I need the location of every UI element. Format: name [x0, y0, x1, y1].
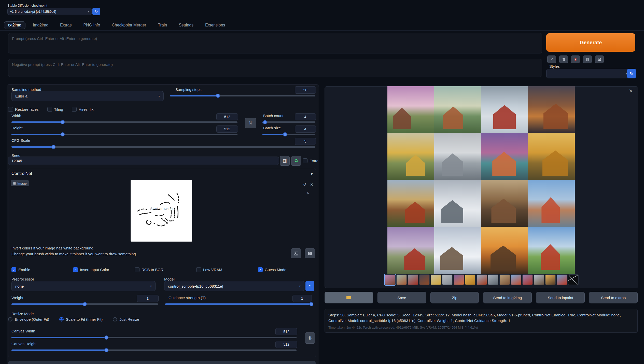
tab-extras[interactable]: Extras — [56, 21, 76, 29]
random-seed-button[interactable]: ⚄ — [280, 156, 290, 166]
gallery-image-14[interactable] — [434, 227, 481, 274]
seed-input[interactable] — [8, 157, 279, 165]
gallery-close-button[interactable]: × — [629, 88, 633, 94]
gallery-image-2[interactable] — [434, 86, 481, 133]
script-section-collapsed[interactable] — [8, 361, 316, 364]
tab-checkpoint-merger[interactable]: Checkpoint Merger — [108, 21, 150, 29]
checkpoint-dropdown[interactable]: v1-5-pruned.ckpt [e1441589a6] ▾ — [7, 8, 92, 15]
undo-drawing-button[interactable]: ↺ — [303, 183, 306, 187]
tab-settings[interactable]: Settings — [175, 21, 198, 29]
radio-just-resize[interactable]: Just Resize — [113, 317, 139, 321]
gallery-image-11[interactable] — [481, 180, 528, 227]
prompt-input[interactable] — [8, 33, 542, 53]
adjust-brush-button[interactable] — [305, 248, 315, 258]
height-value[interactable]: 512 — [216, 125, 238, 133]
tab-txt2img[interactable]: txt2img — [4, 21, 25, 29]
styles-dropdown[interactable]: ▾ — [546, 69, 631, 78]
height-slider[interactable] — [11, 132, 237, 136]
gallery-image-8[interactable] — [528, 133, 575, 180]
gallery-thumbnail-2[interactable] — [396, 274, 407, 285]
slider-thumb[interactable] — [283, 132, 287, 136]
clear-image-button[interactable]: × — [310, 183, 313, 187]
open-folder-button[interactable] — [325, 292, 373, 303]
gallery-image-6[interactable] — [434, 133, 481, 180]
model-dropdown[interactable]: control_scribble-fp16 [c508311e] ▾ — [164, 281, 304, 291]
batch-count-value[interactable]: 4 — [295, 113, 316, 120]
batch-size-slider[interactable] — [262, 132, 315, 136]
tab-train[interactable]: Train — [154, 21, 171, 29]
extra-networks-button[interactable] — [571, 55, 580, 63]
cfg-scale-value[interactable]: 5 — [295, 138, 316, 145]
refresh-models-button[interactable]: ↻ — [305, 281, 314, 291]
checkbox-rgb-to-bgr[interactable]: RGB to BGR — [135, 267, 196, 272]
tab-png-info[interactable]: PNG Info — [79, 21, 104, 29]
paste-params-button[interactable] — [547, 55, 556, 63]
send-to-inpaint-button[interactable]: Send to inpaint — [536, 292, 585, 303]
gallery-image-16[interactable] — [528, 227, 575, 274]
gallery-image-5[interactable] — [387, 133, 434, 180]
gallery-thumbnail-15[interactable] — [545, 274, 556, 285]
gallery-image-9[interactable] — [387, 180, 434, 227]
radio-envelope-outer-fit[interactable]: Envelope (Outer Fit) — [8, 317, 49, 321]
clear-prompts-button[interactable] — [559, 55, 568, 63]
gallery-thumbnail-17[interactable] — [568, 274, 579, 285]
checkbox-guess-mode[interactable]: Guess Mode — [258, 267, 319, 272]
gallery-thumbnail-11[interactable] — [499, 274, 510, 285]
upload-image-button[interactable] — [291, 248, 301, 258]
gallery-thumbnail-5[interactable] — [431, 274, 441, 285]
zip-button[interactable]: Zip — [430, 292, 479, 303]
tab-extensions[interactable]: Extensions — [201, 21, 229, 29]
refresh-styles-button[interactable]: ↻ — [627, 69, 636, 78]
refresh-checkpoint-button[interactable]: ↻ — [92, 8, 100, 15]
width-slider[interactable] — [11, 120, 237, 124]
checkbox-low-vram[interactable]: Low VRAM — [196, 267, 258, 272]
gallery-image-1[interactable] — [387, 86, 434, 133]
gallery-thumbnail-10[interactable] — [488, 274, 498, 285]
canvas-height-value[interactable]: 512 — [275, 341, 297, 348]
checkbox-restore-faces[interactable]: Restore faces — [8, 107, 39, 112]
collapse-accordion-icon[interactable]: ▼ — [311, 172, 313, 176]
save-button[interactable]: Save — [377, 292, 426, 303]
gallery-thumbnail-7[interactable] — [454, 274, 464, 285]
checkbox-tiling[interactable]: Tiling — [47, 107, 63, 112]
slider-thumb[interactable] — [83, 302, 87, 306]
gallery-image-7[interactable] — [481, 133, 528, 180]
gallery-thumbnail-16[interactable] — [557, 274, 567, 285]
checkbox-enable[interactable]: Enable — [11, 267, 73, 272]
gallery-thumbnail-6[interactable] — [442, 274, 453, 285]
canvas-width-value[interactable]: 512 — [275, 328, 297, 335]
sampling-steps-slider[interactable] — [170, 94, 315, 98]
gallery-image-4[interactable] — [528, 86, 575, 133]
brush-tool-button[interactable]: ✎ — [306, 191, 310, 195]
radio-scale-to-fit-inner-fit[interactable]: Scale to Fit (Inner Fit) — [59, 317, 103, 321]
batch-count-slider[interactable] — [262, 120, 315, 124]
gallery-image-15[interactable] — [481, 227, 528, 274]
guidance-strength-value[interactable]: 1 — [292, 295, 312, 302]
checkbox-hires-fix[interactable]: Hires. fix — [72, 107, 93, 112]
gallery-thumbnail-3[interactable] — [408, 274, 418, 285]
preprocessor-dropdown[interactable]: none ▾ — [11, 281, 156, 291]
controlnet-image-tab[interactable]: ▦ Image — [11, 180, 29, 186]
negative-prompt-input[interactable] — [8, 59, 542, 77]
canvas-height-slider[interactable] — [11, 348, 297, 352]
sampling-method-dropdown[interactable]: Euler a ▾ — [11, 91, 164, 101]
gallery-image-12[interactable] — [528, 180, 575, 227]
gallery-thumbnail-4[interactable] — [419, 274, 430, 285]
reuse-seed-button[interactable]: ♻ — [291, 156, 301, 166]
slider-thumb[interactable] — [104, 335, 108, 340]
canvas-width-slider[interactable] — [11, 335, 297, 340]
weight-value[interactable]: 1 — [137, 295, 159, 302]
batch-size-value[interactable]: 4 — [295, 125, 316, 133]
weight-slider[interactable] — [11, 302, 158, 306]
gallery-thumbnail-13[interactable] — [522, 274, 533, 285]
gallery-thumbnail-1[interactable] — [385, 274, 395, 285]
checkbox-invert-input-color[interactable]: Invert Input Color — [73, 267, 135, 272]
send-to-extras-button[interactable]: Send to extras — [589, 292, 638, 303]
tab-img2img[interactable]: img2img — [29, 21, 52, 29]
send-to-img2img-button[interactable]: Send to img2img — [483, 292, 532, 303]
swap-canvas-dimensions-button[interactable]: ⇅ — [305, 332, 315, 344]
cfg-scale-slider[interactable] — [11, 145, 315, 149]
gallery-image-13[interactable] — [387, 227, 434, 274]
slider-thumb[interactable] — [61, 120, 65, 124]
sampling-steps-value[interactable]: 50 — [295, 86, 316, 94]
